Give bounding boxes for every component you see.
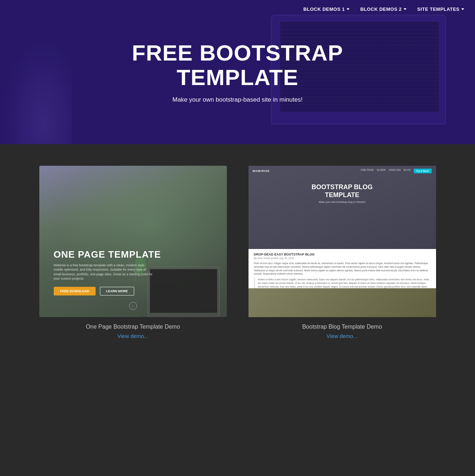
- blog-preview-navbar: MOBIRISE ONE PAGE SLIDER VIDEO BG BLOG T…: [249, 166, 436, 176]
- hero-title: FREE BOOTSTRAP TEMPLATE: [111, 41, 364, 90]
- blog-nav-blog: BLOG: [404, 169, 410, 173]
- blog-hero-title: BOOTSTRAP BLOGTEMPLATE: [252, 183, 432, 199]
- hero-subtitle: Make your own bootstrap-based site in mi…: [111, 96, 364, 103]
- preview-onepage-buttons: FREE DOWNLOAD LEARN MORE: [54, 287, 134, 295]
- preview-onepage-description: Mobirise is a free bootstrap template wi…: [54, 263, 155, 281]
- chevron-down-icon: [347, 8, 349, 10]
- nav-site-templates[interactable]: SITE TEMPLATES: [417, 6, 464, 12]
- template-title-blog: Bootstrap Blog Template Demo: [302, 324, 382, 330]
- preview-onepage-text: ONE PAGE TEMPLATE Mobirise is a free boo…: [54, 249, 161, 281]
- template-title-one-page: One Page Bootstrap Template Demo: [86, 324, 180, 330]
- learn-more-button[interactable]: LEARN MORE: [100, 287, 134, 295]
- preview-onepage-title: ONE PAGE TEMPLATE: [54, 249, 161, 260]
- template-link-blog[interactable]: View demo...: [326, 333, 357, 339]
- template-link-one-page[interactable]: View demo...: [117, 333, 148, 339]
- blog-nav-onepage: ONE PAGE: [361, 169, 374, 173]
- blog-article-meta: By John Smith posted July 30, 2016: [254, 257, 431, 259]
- blog-article-text: Proin sit eros arcu. Integer neque urna,…: [254, 262, 431, 276]
- scroll-down-icon: ↓: [129, 302, 137, 310]
- blog-preview-header: MOBIRISE ONE PAGE SLIDER VIDEO BG BLOG T…: [249, 166, 436, 249]
- blog-bottom-image: [249, 288, 436, 317]
- blog-nav-brand: MOBIRISE: [253, 169, 270, 173]
- chevron-down-icon: [461, 8, 464, 10]
- template-preview-blog[interactable]: MOBIRISE ONE PAGE SLIDER VIDEO BG BLOG T…: [249, 166, 436, 317]
- nav-block-demos-1[interactable]: BLOCK DEMOS 1: [303, 6, 349, 12]
- template-preview-one-page[interactable]: ONE PAGE TEMPLATE Mobirise is a free boo…: [39, 166, 227, 317]
- main-nav: BLOCK DEMOS 1 BLOCK DEMOS 2 SITE TEMPLAT…: [293, 0, 475, 18]
- blog-hero-text: BOOTSTRAP BLOGTEMPLATE Make your own boo…: [249, 176, 436, 210]
- nav-block-demos-2[interactable]: BLOCK DEMOS 2: [360, 6, 406, 12]
- blog-article-title: DROP-DEAD EASY BOOTSTRAP BLOG: [254, 253, 431, 256]
- blog-hero-subtitle: Make your own bootstrap blog in minutes!: [252, 201, 432, 203]
- main-content: ONE PAGE TEMPLATE Mobirise is a free boo…: [0, 144, 475, 368]
- blog-nav-slider: SLIDER: [377, 169, 386, 173]
- blog-try-button[interactable]: Try It Now!: [414, 169, 432, 173]
- hero-content: FREE BOOTSTRAP TEMPLATE Make your own bo…: [104, 41, 371, 103]
- hero-section: FREE BOOTSTRAP TEMPLATE Make your own bo…: [0, 0, 475, 144]
- hero-left-decoration: [0, 36, 72, 144]
- template-card-one-page: ONE PAGE TEMPLATE Mobirise is a free boo…: [39, 166, 227, 339]
- template-grid: ONE PAGE TEMPLATE Mobirise is a free boo…: [39, 166, 436, 339]
- blog-nav-links: ONE PAGE SLIDER VIDEO BG BLOG Try It Now…: [361, 169, 431, 173]
- blog-nav-videobg: VIDEO BG: [388, 169, 401, 173]
- chevron-down-icon: [404, 8, 406, 10]
- free-download-button[interactable]: FREE DOWNLOAD: [54, 287, 96, 295]
- template-card-blog: MOBIRISE ONE PAGE SLIDER VIDEO BG BLOG T…: [249, 166, 436, 339]
